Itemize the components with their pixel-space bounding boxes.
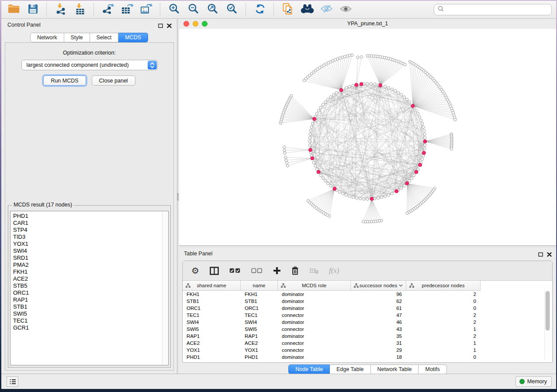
search-binoculars-button[interactable] [299,3,315,17]
table-scrollbar[interactable] [544,290,551,360]
delete-table-icon-disabled [309,268,318,274]
table-cell: 35 [351,333,406,340]
table-cell: 29 [351,347,406,354]
list-item[interactable]: SWI4 [13,248,168,254]
close-panel-button[interactable]: Close panel [92,76,135,86]
show-panels-list-button[interactable] [7,376,18,387]
export-table-button[interactable] [119,3,135,17]
table-cell: dominator [278,298,351,305]
add-column-icon[interactable] [273,267,281,275]
toolbar-separator [93,3,94,16]
list-item[interactable]: TEC1 [13,317,168,324]
scrollbar-thumb[interactable] [546,291,550,330]
table-settings-gear-icon[interactable]: ⚙ [191,266,199,275]
list-item[interactable]: ACE2 [13,275,168,282]
list-item[interactable]: SWI5 [13,310,168,317]
list-item[interactable]: STP4 [13,227,168,234]
list-item[interactable]: TID3 [13,234,168,241]
table-cell: connector [278,326,351,333]
save-session-button[interactable] [25,3,41,17]
select-all-columns-icon[interactable] [229,268,241,273]
run-mcds-button[interactable]: Run MCDS [43,76,86,86]
table-row[interactable]: SWI4SWI4dominator462 [183,319,552,326]
status-bar: Memory [1,374,556,389]
duplicate-network-button[interactable] [280,3,296,17]
table-cell: 2 [406,319,481,326]
table-row[interactable]: STB1STB1dominator620 [183,298,552,305]
zoom-fit-button[interactable] [205,3,221,17]
list-item[interactable]: GCR1 [13,324,168,331]
table-row[interactable]: FKH1FKH1dominator962 [183,291,552,298]
table-row[interactable]: ORC1ORC1dominator610 [183,305,552,312]
tab-mcds[interactable]: MCDS [118,33,148,42]
tab-style[interactable]: Style [64,33,90,42]
mcds-result-list[interactable]: PHD1CAR1STP4TID3YOX1SWI4SRD1PMA2FKH1ACE2… [10,211,169,365]
show-all-button[interactable] [338,3,353,17]
close-panel-icon[interactable] [547,251,552,258]
import-table-button[interactable] [72,3,88,17]
import-network-button[interactable] [53,3,69,17]
list-item[interactable]: YOX1 [13,241,168,248]
list-item[interactable]: ORC1 [13,289,168,296]
list-item[interactable]: STB5 [13,282,168,289]
list-item[interactable]: STB1 [13,303,168,310]
tab-motifs[interactable]: Motifs [419,364,446,374]
table-row[interactable]: ACE2ACE2connector311 [183,340,552,347]
table-cell: SWI4 [183,319,241,326]
table-cell: PHD1 [183,354,241,361]
zoom-in-icon [168,3,180,17]
tab-select[interactable]: Select [90,33,119,42]
show-columns-icon[interactable] [210,267,219,275]
list-item[interactable]: PMA2 [13,261,168,268]
list-item[interactable]: FKH1 [13,268,168,275]
list-item[interactable]: SRD1 [13,254,168,261]
column-header-shared-name[interactable]: shared name [183,281,241,290]
table-cell: SWI5 [241,326,278,333]
network-search-box[interactable] [434,4,552,15]
column-header-predecessor-nodes[interactable]: predecessor nodes [406,281,481,290]
table-cell: connector [278,312,351,319]
search-input[interactable] [446,6,548,13]
network-canvas[interactable] [179,29,556,245]
export-image-button[interactable] [138,3,154,17]
float-panel-icon[interactable] [538,251,543,258]
tab-network-table[interactable]: Network Table [371,364,419,374]
table-row[interactable]: YOX1YOX1connector291 [183,347,552,354]
table-row[interactable]: TEC1TEC1connector472 [183,312,552,319]
table-cell: 62 [351,298,406,305]
zoom-selected-button[interactable] [224,3,240,17]
optimization-criterion-label: Optimization criterion: [5,50,173,56]
zoom-out-button[interactable] [186,3,201,17]
table-cell: RAP1 [183,333,241,340]
tab-network[interactable]: Network [30,33,64,42]
close-panel-icon[interactable] [167,22,172,30]
column-header-name[interactable]: name [241,281,278,290]
column-header-successor-nodes[interactable]: successor nodes [351,281,406,290]
list-item[interactable]: RAP1 [13,296,168,303]
deselect-all-columns-icon[interactable] [251,268,263,273]
table-row[interactable]: PHD1PHD1dominator180 [183,354,552,361]
result-list-scrollbar[interactable] [162,212,168,364]
list-item[interactable]: PHD1 [13,213,168,220]
export-table-icon [121,3,134,17]
optimization-select-value: largest connected component (undirected) [27,62,129,68]
zoom-in-button[interactable] [166,3,182,17]
delete-column-trash-icon[interactable] [291,266,299,275]
export-network-icon [102,3,114,17]
tab-edge-table[interactable]: Edge Table [330,364,370,374]
apply-layout-button[interactable] [252,3,268,17]
memory-button[interactable]: Memory [515,376,552,387]
export-network-button[interactable] [100,3,116,17]
list-item[interactable]: CAR1 [13,220,168,227]
hide-selected-button[interactable] [318,3,334,17]
open-file-button[interactable] [6,3,21,17]
optimization-select[interactable]: largest connected component (undirected) [21,60,158,70]
tab-node-table[interactable]: Node Table [288,364,330,374]
table-row[interactable]: SWI5SWI5connector431 [183,326,552,333]
column-header-mcds-role[interactable]: MCDS role [278,281,351,290]
table-toolbar: ⚙ f(x) [183,261,552,281]
table-row[interactable]: RAP1RAP1dominator352 [183,333,552,340]
table-cell: ACE2 [241,340,278,347]
table-cell: SWI5 [183,326,241,333]
float-panel-icon[interactable] [158,22,163,30]
